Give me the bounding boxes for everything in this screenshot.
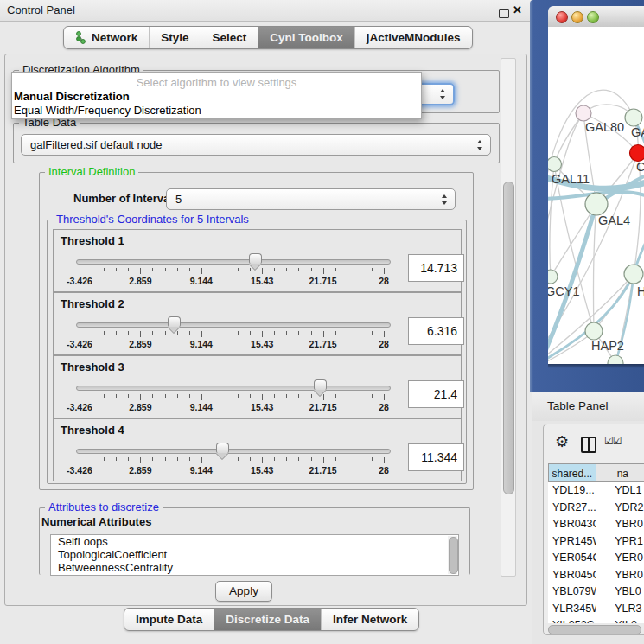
table-row[interactable]: YDL19...YDL1 xyxy=(548,482,644,500)
threshold-value-field[interactable]: 11.344 xyxy=(408,443,464,471)
table-row[interactable]: YER054CYER0 xyxy=(548,550,644,567)
tab-infer-network[interactable]: Infer Network xyxy=(321,609,418,630)
threshold-slider[interactable]: -3.4262.8599.14415.4321.71528 xyxy=(76,256,391,289)
gear-icon[interactable]: ⚙ xyxy=(555,432,569,450)
slider-tick xyxy=(348,394,348,398)
slider-track[interactable] xyxy=(76,386,391,391)
network-window-titlebar[interactable] xyxy=(548,6,644,28)
table-cell: YBR0 xyxy=(596,567,644,584)
table-row[interactable]: YLR345WYLR3 xyxy=(548,601,644,618)
tab-discretize-data[interactable]: Discretize Data xyxy=(214,609,321,630)
table-column-header[interactable]: shared... xyxy=(548,463,596,482)
table-data-group: Table Data galFiltered.sif default node xyxy=(13,123,500,163)
network-canvas[interactable]: GAL80GACGAL11GAL4GCY1HAHAP2 xyxy=(548,27,644,364)
numerical-attributes-list[interactable]: SelfLoopsTopologicalCoefficientBetweenne… xyxy=(50,534,459,576)
slider-tick xyxy=(262,457,263,463)
slider-tick-label: 15.43 xyxy=(251,402,273,412)
main-scrollbar[interactable] xyxy=(501,58,516,577)
tab-impute-data[interactable]: Impute Data xyxy=(124,609,214,630)
threshold-value-field[interactable]: 14.713 xyxy=(408,254,464,282)
slider-track[interactable] xyxy=(76,259,391,265)
attribute-item[interactable]: SelfLoops xyxy=(51,535,458,548)
slider-tick-label: 28 xyxy=(379,339,389,349)
tab-jactivemnodules[interactable]: jActiveMNodules xyxy=(354,27,472,48)
network-node-red-node[interactable] xyxy=(630,145,644,162)
slider-thumb[interactable] xyxy=(216,443,229,459)
attribute-item[interactable]: BetweennessCentrality xyxy=(51,561,458,574)
table-row[interactable]: YPR145WYPR1 xyxy=(548,533,644,551)
main-scrollbar-thumb[interactable] xyxy=(503,182,514,494)
panel-title: Control Panel xyxy=(7,3,75,16)
slider-thumb[interactable] xyxy=(249,253,262,270)
tab-select[interactable]: Select xyxy=(201,27,258,48)
attributes-scrollbar-thumb[interactable] xyxy=(449,537,458,574)
table-cell: YBR0 xyxy=(596,516,644,533)
num-intervals-combo[interactable]: 5 xyxy=(166,188,456,210)
network-node-gal4[interactable] xyxy=(585,193,608,215)
checkboxes-icon[interactable]: ☑☑ xyxy=(604,435,622,447)
traffic-close-icon[interactable] xyxy=(556,11,568,23)
float-window-icon[interactable] xyxy=(499,9,509,18)
threshold-slider[interactable]: -3.4262.8599.14415.4321.71528 xyxy=(76,319,391,352)
apply-button[interactable]: Apply xyxy=(215,581,272,602)
threshold-value-field[interactable]: 21.4 xyxy=(408,380,464,408)
slider-tick xyxy=(189,331,190,335)
network-node-top-right[interactable] xyxy=(625,109,642,126)
attributes-group-title: Attributes to discretize xyxy=(45,501,163,513)
network-node-h-node[interactable] xyxy=(624,265,643,284)
slider-tick xyxy=(165,331,166,335)
table-row[interactable]: YBR043CYBR0 xyxy=(548,516,644,533)
close-icon[interactable]: ✕ xyxy=(513,3,522,16)
table-data-combo[interactable]: galFiltered.sif default node xyxy=(21,134,491,156)
slider-tick xyxy=(384,457,385,463)
slider-tick-label: 15.43 xyxy=(251,339,273,349)
slider-tick xyxy=(104,331,105,335)
table-column-header[interactable]: na xyxy=(596,463,644,482)
slider-tick-label: -3.426 xyxy=(67,402,92,412)
network-node-gcy1[interactable] xyxy=(548,270,558,284)
table-row[interactable]: YDR27...YDR2 xyxy=(548,500,644,517)
slider-tick xyxy=(250,457,251,461)
attributes-scrollbar[interactable] xyxy=(448,536,457,574)
num-intervals-label: Number of Intervals xyxy=(73,192,179,205)
threshold-slider[interactable]: -3.4262.8599.14415.4321.71528 xyxy=(76,382,391,415)
slider-tick xyxy=(372,394,373,398)
slider-tick-label: 9.144 xyxy=(190,276,213,286)
table-panel: ⚙ ☑☑ shared...na YDL19...YDL1YDR27...YDR… xyxy=(543,424,644,635)
slider-tick xyxy=(165,394,166,398)
table-hscrollbar-thumb[interactable] xyxy=(548,625,641,634)
slider-thumb[interactable] xyxy=(314,379,327,396)
slider-tick xyxy=(335,457,336,461)
slider-tick xyxy=(274,331,275,335)
table-row[interactable]: YBL079WYBL0 xyxy=(548,583,644,601)
traffic-zoom-icon[interactable] xyxy=(587,11,599,23)
algorithm-option[interactable]: Manual Discretization xyxy=(12,90,421,104)
slider-tick xyxy=(250,331,251,335)
slider-tick xyxy=(298,394,299,398)
table-row[interactable]: YBR045CYBR0 xyxy=(548,567,644,584)
slider-tick xyxy=(80,457,80,463)
tab-network[interactable]: Network xyxy=(64,27,149,48)
network-node-bottom-node[interactable] xyxy=(608,355,623,364)
interval-definition-title: Interval Definition xyxy=(45,165,138,178)
table-hscrollbar[interactable] xyxy=(545,623,644,634)
network-node-gal11[interactable] xyxy=(548,157,562,172)
network-graph: GAL80GACGAL11GAL4GCY1HAHAP2 xyxy=(548,27,644,364)
slider-tick xyxy=(128,268,129,271)
slider-tick-label: 9.144 xyxy=(190,465,213,475)
slider-tick xyxy=(323,331,324,337)
slider-track[interactable] xyxy=(76,449,391,454)
algorithm-option[interactable]: Equal Width/Frequency Discretization xyxy=(12,104,421,118)
network-node-hap2[interactable] xyxy=(585,322,603,340)
tab-style[interactable]: Style xyxy=(149,27,200,48)
attribute-item[interactable]: TopologicalCoefficient xyxy=(51,548,458,561)
slider-track[interactable] xyxy=(76,322,391,328)
slider-thumb[interactable] xyxy=(168,316,181,333)
threshold-slider[interactable]: -3.4262.8599.14415.4321.71528 xyxy=(76,445,391,478)
tab-cyni-toolbox[interactable]: Cyni Toolbox xyxy=(258,27,354,48)
network-node-label: GA xyxy=(631,125,644,139)
threshold-value-field[interactable]: 6.316 xyxy=(408,317,464,345)
network-node-gal80[interactable] xyxy=(576,105,591,121)
split-columns-icon[interactable] xyxy=(581,437,596,453)
traffic-minimize-icon[interactable] xyxy=(571,11,583,23)
